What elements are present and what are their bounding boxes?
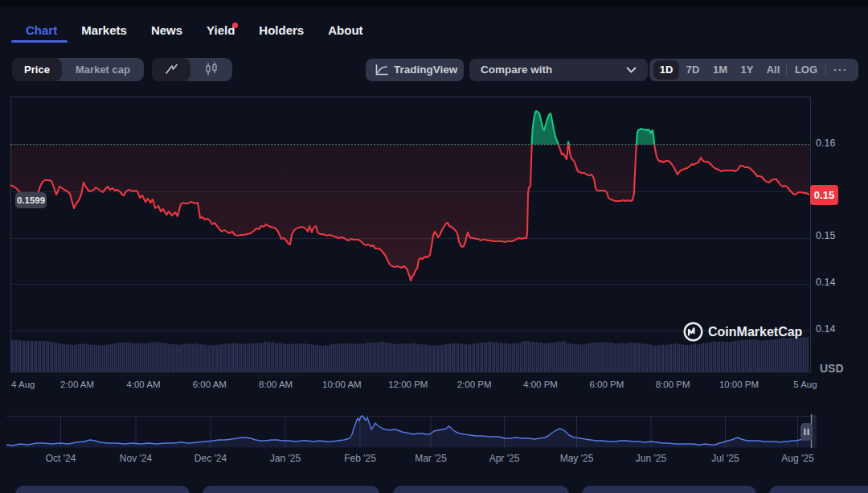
svg-text:Apr '25: Apr '25 <box>489 453 520 464</box>
svg-text:Jan '25: Jan '25 <box>270 453 301 464</box>
svg-text:Feb '25: Feb '25 <box>344 453 376 464</box>
svg-text:USD: USD <box>820 362 844 375</box>
svg-text:0.14: 0.14 <box>816 277 835 288</box>
svg-text:Oct '24: Oct '24 <box>46 453 76 464</box>
svg-text:4 Aug: 4 Aug <box>11 380 35 389</box>
svg-text:6:00 PM: 6:00 PM <box>589 380 624 389</box>
svg-text:Jul '25: Jul '25 <box>711 453 739 464</box>
svg-text:2:00 AM: 2:00 AM <box>60 380 94 389</box>
svg-text:2:00 PM: 2:00 PM <box>457 380 492 389</box>
svg-text:Dec '24: Dec '24 <box>194 453 227 464</box>
svg-text:12:00 PM: 12:00 PM <box>388 380 428 389</box>
svg-text:0.16: 0.16 <box>816 138 835 149</box>
svg-text:6:00 AM: 6:00 AM <box>193 380 227 389</box>
svg-text:10:00 AM: 10:00 AM <box>322 380 362 389</box>
svg-text:5 Aug: 5 Aug <box>793 380 817 389</box>
svg-text:4:00 AM: 4:00 AM <box>126 380 160 389</box>
svg-text:0.15: 0.15 <box>816 230 835 241</box>
svg-text:Aug '25: Aug '25 <box>781 453 814 464</box>
svg-text:0.14: 0.14 <box>816 323 835 335</box>
svg-text:May '25: May '25 <box>560 453 594 464</box>
svg-text:10:00 PM: 10:00 PM <box>719 380 759 389</box>
svg-text:8:00 AM: 8:00 AM <box>259 380 293 389</box>
svg-text:Jun '25: Jun '25 <box>636 453 667 464</box>
svg-text:8:00 PM: 8:00 PM <box>656 380 690 389</box>
svg-text:4:00 PM: 4:00 PM <box>523 380 558 389</box>
svg-text:Mar '25: Mar '25 <box>415 453 447 464</box>
svg-text:Nov '24: Nov '24 <box>120 453 153 464</box>
